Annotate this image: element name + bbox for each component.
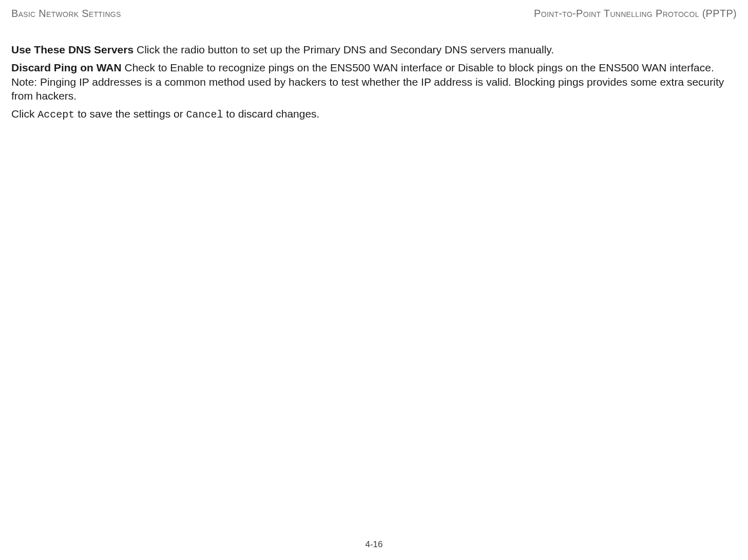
paragraph-ping: Discard Ping on WAN Check to Enable to r… — [11, 61, 737, 103]
page-content: Use These DNS Servers Click the radio bu… — [10, 43, 738, 122]
header-left-text: Basic Network Settings — [11, 8, 121, 20]
cancel-literal: Cancel — [186, 109, 223, 121]
header-right-text: Point-to-Point Tunnelling Protocol (PPTP… — [534, 8, 737, 20]
click-mid: to save the settings or — [74, 108, 186, 120]
page-number: 4-16 — [0, 539, 748, 550]
accept-literal: Accept — [37, 109, 74, 121]
dns-title: Use These DNS Servers — [11, 44, 133, 55]
paragraph-click: Click Accept to save the settings or Can… — [11, 107, 737, 122]
click-suffix: to discard changes. — [223, 108, 320, 120]
dns-body: Click the radio button to set up the Pri… — [133, 44, 554, 55]
paragraph-dns: Use These DNS Servers Click the radio bu… — [11, 43, 737, 56]
ping-title: Discard Ping on WAN — [11, 62, 122, 73]
click-prefix: Click — [11, 108, 37, 120]
page-header: Basic Network Settings Point-to-Point Tu… — [10, 8, 738, 20]
